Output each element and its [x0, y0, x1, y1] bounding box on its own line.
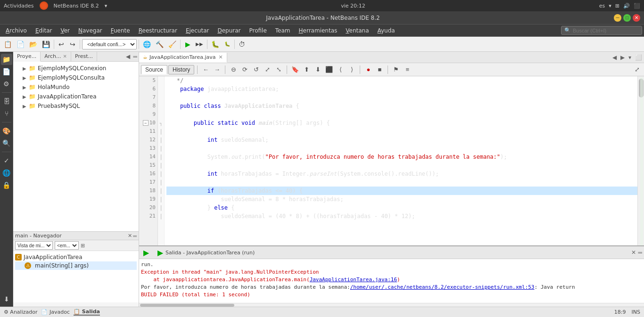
zoom-out-btn[interactable]: ⊖ [228, 65, 239, 75]
editor-nav-right[interactable]: ▶ [619, 53, 627, 62]
menu-reestructurar[interactable]: Reestructurar [135, 26, 181, 35]
debug-file-button[interactable]: 🐛 [222, 39, 232, 49]
activities-label[interactable]: Actividades [4, 3, 34, 9]
projects-icon-btn[interactable]: 📁 [1, 54, 12, 65]
ubuntu-logo[interactable] [40, 1, 48, 10]
new-file-button[interactable]: 📄 [15, 39, 26, 49]
maximize-editor-btn[interactable]: ⤢ [632, 65, 642, 75]
browser-icon-btn[interactable]: 🌐 [1, 167, 12, 179]
run-to-cursor-btn[interactable]: ● [363, 65, 373, 75]
close-button[interactable]: ✕ [633, 14, 640, 22]
menu-depurar[interactable]: Depurar [214, 26, 244, 35]
minimize-button[interactable]: ─ [614, 14, 621, 22]
menu-herramientas[interactable]: Herramientas [295, 26, 341, 35]
security-icon-btn[interactable]: 🔒 [1, 179, 12, 191]
sidebar-expand-btn[interactable]: ◀ [124, 52, 132, 61]
save-button[interactable]: 💾 [40, 39, 52, 49]
tree-item-holamundo[interactable]: ▶ 📁 HolaMundo [13, 82, 139, 92]
code-content[interactable]: */ package javaapplicationtarea; public … [165, 76, 637, 245]
status-tab-javadoc[interactable]: 📄 Javadoc [41, 309, 70, 315]
services-icon-btn[interactable]: ⚙ [1, 78, 12, 89]
next-bookmark-btn[interactable]: ⬇ [313, 65, 323, 75]
tree-item-pruebasmysql[interactable]: ▶ 📁 PruebasMySQL [13, 101, 139, 111]
tab-files[interactable]: Arch...✕ [41, 52, 71, 61]
output-menu-btn[interactable]: ═ [638, 249, 642, 256]
menu-editar[interactable]: Editar [32, 26, 56, 35]
redo-button[interactable]: ↪ [67, 39, 78, 49]
menu-ventana[interactable]: Ventana [342, 26, 372, 35]
navigator-layout-btn[interactable]: ⊞ [81, 243, 85, 249]
navigator-menu-btn[interactable]: ═ [133, 233, 137, 239]
editor-nav-down[interactable]: ▾ [627, 53, 633, 62]
linearity-btn[interactable]: ≡ [402, 65, 413, 75]
navigate-fwd-btn[interactable]: → [212, 65, 222, 75]
debug-button[interactable]: 🐛 [209, 39, 221, 49]
palette-icon-btn[interactable]: 🎨 [1, 125, 12, 137]
tab-files-close-icon[interactable]: ✕ [63, 54, 67, 59]
status-tab-analizador[interactable]: ⚙ Analizador [4, 309, 37, 315]
tasks-icon-btn[interactable]: ✓ [1, 155, 12, 166]
sidebar-collapse-btn[interactable]: ═ [132, 52, 139, 61]
navigator-close-btn[interactable]: ✕ [128, 233, 132, 239]
history-tab[interactable]: History [168, 65, 194, 74]
menu-archivo[interactable]: Archivo [2, 26, 31, 35]
maximize-button[interactable]: □ [623, 14, 631, 22]
prev-bookmark-btn[interactable]: ⬆ [301, 65, 312, 75]
editor-maximize-btn[interactable]: ⬜ [633, 53, 644, 62]
status-tab-salida[interactable]: 📋 Salida [74, 309, 100, 316]
tree-item-ejemplomysqlconsulta[interactable]: ▶ 📁 EjemploMySQLConsulta [13, 73, 139, 82]
expand-all-btn[interactable]: ⤢ [262, 65, 272, 75]
tab-services[interactable]: Prest... [71, 52, 97, 61]
inspector-icon-btn[interactable]: 🔍 [1, 138, 12, 149]
breakpoint-btn[interactable]: ⬛ [324, 65, 334, 75]
app-dropdown-icon[interactable]: ▾ [105, 3, 107, 9]
nav-item-method[interactable]: ⚠ main(String[] args) [15, 261, 137, 270]
tree-item-javaapplicationtarea[interactable]: ▶ 📁 JavaApplicationTarea [13, 92, 139, 101]
run-xml-link[interactable]: /home/user/.cache/netbeans/8.2/executor-… [350, 284, 535, 290]
clean-build-button[interactable]: 🧹 [166, 39, 178, 49]
source-tab[interactable]: Source [141, 65, 167, 74]
fold-mark-10[interactable]: ┐ [158, 119, 164, 127]
prev-error-btn[interactable]: ⟨ [335, 65, 346, 75]
output-hscrollbar[interactable] [139, 303, 644, 307]
editor-scrollbar[interactable] [637, 76, 644, 245]
menu-fuente[interactable]: Fuente [107, 26, 134, 35]
collapse-all-btn[interactable]: ⤡ [273, 65, 284, 75]
navigator-filter-select[interactable]: <em... [55, 241, 79, 250]
git-icon-btn[interactable]: ⑂ [1, 108, 12, 119]
exception-link[interactable]: JavaApplicationTarea.java:16 [310, 276, 397, 283]
navigator-view-select[interactable]: Vista de mi... [15, 241, 53, 250]
menu-team[interactable]: Team [272, 26, 294, 35]
undo-button[interactable]: ↩ [56, 39, 66, 49]
menu-ejecutar[interactable]: Ejecutar [182, 26, 213, 35]
globe-button[interactable]: 🌐 [141, 39, 153, 49]
bookmark-btn[interactable]: 🔖 [290, 65, 300, 75]
tree-item-ejemplomysqlconexion[interactable]: ▶ 📁 EjemploMySQLConexion [13, 64, 139, 73]
build-button[interactable]: 🔨 [154, 39, 165, 49]
editor-tab-close-icon[interactable]: ✕ [219, 54, 223, 60]
stop-btn[interactable]: ■ [374, 65, 385, 75]
sync-btn[interactable]: ⟳ [239, 65, 250, 75]
editor-nav-left[interactable]: ◀ [611, 53, 619, 62]
run-button[interactable]: ▶ [182, 39, 193, 49]
open-project-button[interactable]: 📂 [27, 39, 39, 49]
nav-item-class[interactable]: C JavaApplicationTarea [15, 253, 137, 261]
menu-ayuda[interactable]: Ayuda [374, 26, 399, 35]
menu-profile[interactable]: Profile [246, 26, 271, 35]
editor-tab-main[interactable]: ☕ JavaApplicationTarea.java ✕ [139, 53, 227, 63]
run-file-button[interactable]: ▶▶ [194, 39, 205, 49]
menu-navegar[interactable]: Navegar [74, 26, 106, 35]
bottom-icon-btn[interactable]: ⬇ [1, 293, 12, 305]
config-dropdown[interactable]: <default confi...> [82, 39, 137, 49]
menu-ver[interactable]: Ver [57, 26, 74, 35]
language-dropdown-icon[interactable]: ▾ [609, 3, 611, 9]
output-hscrollbar-thumb[interactable] [140, 304, 234, 307]
tab-projects[interactable]: Proye... [13, 52, 41, 62]
output-close-btn[interactable]: ✕ [631, 249, 636, 256]
profile-button[interactable]: ⏱ [237, 39, 247, 49]
navigate-back-btn[interactable]: ← [200, 65, 211, 75]
next-error-btn[interactable]: ⟩ [347, 65, 357, 75]
refresh-btn[interactable]: ↺ [251, 65, 261, 75]
new-project-button[interactable]: 📋 [2, 39, 14, 49]
search-input[interactable] [573, 28, 639, 33]
